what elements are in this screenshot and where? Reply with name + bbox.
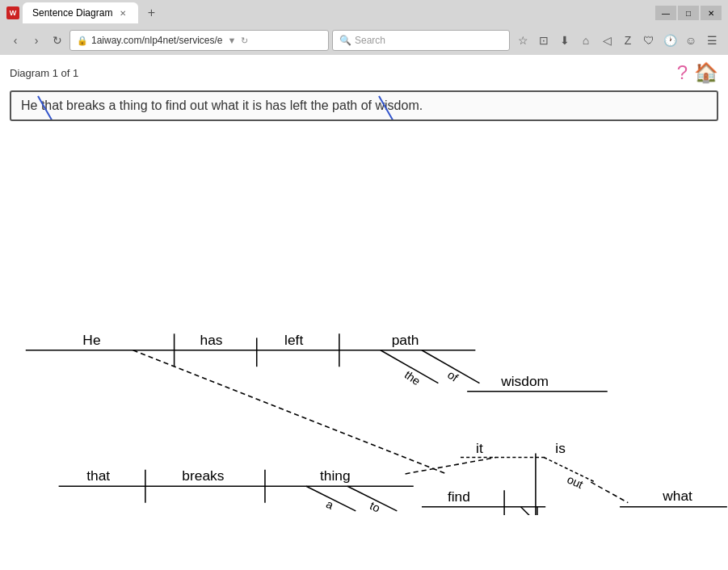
page-header: Diagram 1 of 1 ? 🏠 [0, 55, 728, 90]
svg-line-9 [133, 350, 447, 474]
emoji-icon[interactable]: ☺ [681, 31, 701, 50]
sentence-diagram: He has left path the of wisdom that brea… [0, 128, 728, 515]
page-content: Diagram 1 of 1 ? 🏠 He that breaks a thin… [0, 55, 728, 570]
minimize-button[interactable]: — [655, 6, 676, 20]
node-left: left [284, 332, 303, 348]
node-find: find [448, 488, 470, 505]
diagram-label: Diagram 1 of 1 [10, 67, 78, 79]
node-wisdom: wisdom [500, 373, 549, 389]
tab-title: Sentence Diagram [32, 7, 112, 19]
home-page-icon[interactable]: 🏠 [694, 61, 718, 84]
zotero-icon[interactable]: Z [618, 31, 638, 50]
node-is: is [555, 440, 566, 456]
svg-line-15 [406, 458, 496, 474]
nav-bar: ‹ › ↻ 🔒 1aiway.com/nlp4net/services/e ▼ … [0, 26, 728, 55]
node-thing: thing [320, 467, 351, 484]
search-icon: 🔍 [339, 35, 351, 46]
title-bar: W Sentence Diagram ✕ + — □ ✕ [0, 0, 728, 26]
node-what: what [662, 488, 692, 504]
address-dropdown[interactable]: ▼ [228, 36, 237, 45]
node-he: He [82, 332, 100, 348]
bookmark-icon[interactable]: ☆ [513, 31, 532, 50]
app-logo: W [6, 6, 19, 19]
back-button[interactable]: ‹ [6, 31, 24, 49]
reload-button[interactable]: ↻ [48, 31, 66, 49]
clock-icon[interactable]: 🕐 [660, 31, 680, 50]
search-placeholder: Search [355, 35, 385, 46]
node-the: the [402, 368, 423, 388]
close-button[interactable]: ✕ [701, 6, 722, 20]
address-text: 1aiway.com/nlp4net/services/e [91, 35, 223, 46]
address-reload[interactable]: ↻ [241, 36, 248, 46]
active-tab[interactable]: Sentence Diagram ✕ [23, 2, 138, 23]
header-icons: ? 🏠 [677, 61, 718, 84]
node-breaks: breaks [182, 467, 224, 484]
window-controls: — □ ✕ [655, 6, 722, 20]
address-bar[interactable]: 🔒 1aiway.com/nlp4net/services/e ▼ ↻ [69, 30, 329, 51]
back-nav-icon[interactable]: ◁ [597, 31, 616, 50]
svg-line-23 [521, 507, 546, 515]
node-it: it [476, 440, 483, 456]
node-has: has [200, 332, 223, 348]
lock-icon: 🔒 [77, 36, 88, 46]
home-nav-icon[interactable]: ⌂ [576, 31, 595, 50]
reader-icon[interactable]: ⊡ [534, 31, 553, 50]
tab-close-button[interactable]: ✕ [117, 7, 128, 19]
forward-button[interactable]: › [27, 31, 45, 49]
help-icon[interactable]: ? [677, 61, 688, 84]
nav-icons: ☆ ⊡ ⬇ ⌂ ◁ Z 🛡 🕐 ☺ ☰ [513, 31, 722, 50]
sentence-text: He that breaks a thing to find out what … [21, 98, 423, 112]
node-path: path [392, 332, 419, 348]
node-to: to [368, 499, 382, 515]
download-icon[interactable]: ⬇ [555, 31, 574, 50]
sentence-container: He that breaks a thing to find out what … [10, 90, 718, 121]
node-a: a [324, 497, 335, 512]
maximize-button[interactable]: □ [678, 6, 699, 20]
menu-icon[interactable]: ☰ [702, 31, 722, 50]
search-bar[interactable]: 🔍 Search [332, 30, 510, 51]
node-that: that [86, 467, 110, 484]
adblock-icon[interactable]: 🛡 [639, 31, 659, 50]
svg-line-22 [591, 482, 628, 503]
new-tab-button[interactable]: + [141, 3, 161, 23]
